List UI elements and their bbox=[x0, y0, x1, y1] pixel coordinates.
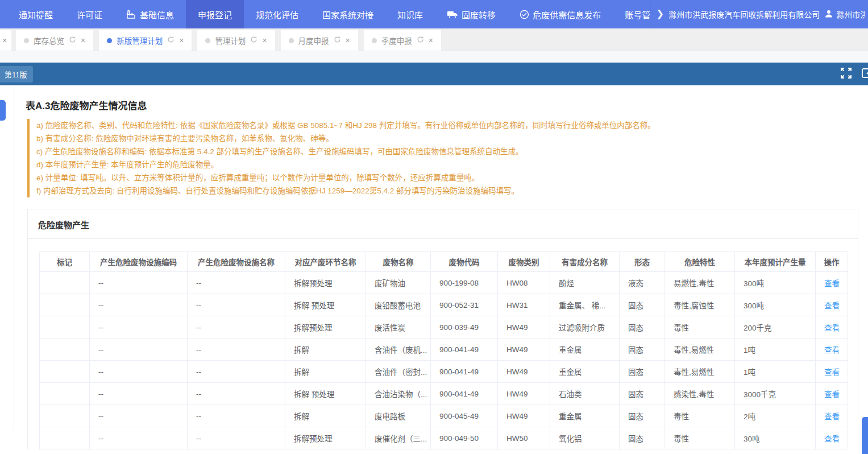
user-menu[interactable]: 滁州市洪... bbox=[824, 9, 865, 20]
cell-waste-code: 900-199-08 bbox=[431, 272, 498, 294]
view-link[interactable]: 查看 bbox=[824, 346, 840, 354]
cell-hazard: 毒性,易燃性 bbox=[665, 339, 735, 361]
table-row: -- -- 拆解预处理 废活性炭 900-039-49 HW49 过滤吸附介质 … bbox=[40, 316, 848, 339]
col-header-waste-code: 废物代码 bbox=[431, 252, 498, 272]
nav-item-label: 账号管理 bbox=[625, 9, 650, 20]
tab-monthly-declaration[interactable]: 月度申报 × bbox=[281, 30, 358, 51]
nav-item-national-system[interactable]: 国家系统对接 bbox=[310, 0, 385, 28]
close-icon[interactable]: × bbox=[262, 36, 267, 44]
nav-item-waste-transfer[interactable]: 固废转移 bbox=[435, 0, 508, 28]
cell-amount: 200千克 bbox=[735, 316, 816, 339]
view-link[interactable]: 查看 bbox=[824, 412, 840, 421]
cell-facility-name: -- bbox=[188, 272, 285, 294]
cell-facility-name: -- bbox=[188, 383, 285, 405]
panel-handle[interactable] bbox=[0, 100, 6, 121]
col-header-hazard: 危险特性 bbox=[665, 252, 735, 272]
close-icon[interactable]: × bbox=[81, 36, 85, 44]
refresh-icon[interactable] bbox=[250, 36, 258, 45]
col-header-waste-name: 废物名称 bbox=[366, 252, 431, 272]
note-line-c: c) 产生危险废物设施名称和编码: 依据本标准第 5.4.2 部分填写的生产设施… bbox=[36, 145, 858, 158]
cell-action: 查看 bbox=[816, 316, 848, 339]
view-link[interactable]: 查看 bbox=[824, 435, 840, 443]
view-link[interactable]: 查看 bbox=[824, 324, 840, 332]
refresh-icon[interactable] bbox=[167, 36, 175, 45]
close-icon[interactable]: × bbox=[429, 36, 433, 44]
cell-waste-name: 废电路板 bbox=[366, 405, 431, 427]
section-title: 危险废物产生 bbox=[28, 209, 858, 239]
contact-support-button[interactable]: 联系客服 bbox=[862, 417, 868, 454]
nav-item-standard-assessment[interactable]: 规范化评估 bbox=[244, 0, 310, 28]
cell-hazard: 毒性 bbox=[665, 316, 735, 339]
company-name[interactable]: 滁州市洪武报废汽车回收拆解利用有限公司 bbox=[668, 9, 820, 20]
cell-waste-category: HW50 bbox=[498, 427, 550, 449]
refresh-icon[interactable] bbox=[417, 36, 424, 45]
cell-facility-code: -- bbox=[90, 339, 188, 361]
refresh-icon[interactable] bbox=[334, 36, 341, 45]
fullscreen-icon[interactable] bbox=[840, 67, 852, 81]
edit-icon[interactable] bbox=[861, 67, 868, 81]
col-header-action: 操作 bbox=[816, 252, 848, 272]
cell-form: 固态 bbox=[620, 383, 665, 405]
view-link[interactable]: 查看 bbox=[824, 279, 840, 288]
close-icon[interactable]: × bbox=[346, 36, 350, 44]
close-icon[interactable]: × bbox=[2, 36, 7, 45]
cell-waste-code: 900-041-49 bbox=[431, 361, 498, 383]
page-title: 表A.3危险废物产生情况信息 bbox=[26, 98, 868, 112]
cell-waste-category: HW08 bbox=[498, 272, 550, 294]
cell-action: 查看 bbox=[816, 427, 848, 449]
waste-generation-card: 危险废物产生 标记 产生危险废物设施编码 产生危险废物设施名称 对应产废环节名称 bbox=[27, 209, 858, 449]
nav-item-supply-demand[interactable]: 危废供需信息发布 bbox=[508, 0, 613, 28]
cell-form: 固态 bbox=[620, 339, 665, 361]
tab-new-management-plan[interactable]: 新版管理计划 × bbox=[99, 30, 192, 51]
cell-action: 查看 bbox=[816, 361, 848, 383]
cell-amount: 300吨 bbox=[735, 294, 816, 316]
col-header-harmful: 有害成分名称 bbox=[550, 252, 620, 272]
cell-waste-code: 900-052-31 bbox=[431, 294, 498, 316]
nav-item-license[interactable]: 许可证 bbox=[65, 0, 114, 28]
nav-item-account[interactable]: 账号管理 bbox=[613, 0, 650, 28]
tab-partial[interactable]: × bbox=[0, 30, 11, 51]
note-line-a: a) 危险废物名称、类别、代码和危险特性: 依据《国家危险废物名录》或根据 GB… bbox=[36, 119, 858, 132]
cell-action: 查看 bbox=[816, 272, 848, 294]
cell-waste-category: HW49 bbox=[498, 316, 550, 339]
waste-table: 标记 产生危险废物设施编码 产生危险废物设施名称 对应产废环节名称 废物名称 废… bbox=[39, 251, 848, 449]
table-row: -- -- 拆解 含油件（废机... 900-041-49 HW49 重金属 固… bbox=[40, 339, 848, 361]
cell-form: 固态 bbox=[620, 294, 665, 316]
cell-harmful: 重金属 bbox=[550, 405, 620, 427]
tab-management-plan[interactable]: 管理计划 × bbox=[197, 30, 275, 51]
refresh-icon[interactable] bbox=[69, 36, 76, 45]
cell-hazard: 毒性,易燃性 bbox=[665, 361, 735, 383]
close-icon[interactable]: × bbox=[179, 36, 184, 44]
nav-item-label: 许可证 bbox=[77, 9, 102, 20]
cell-facility-code: -- bbox=[90, 316, 188, 339]
col-header-facility-name: 产生危险废物设施名称 bbox=[188, 252, 285, 272]
view-link[interactable]: 查看 bbox=[824, 302, 840, 310]
cell-harmful: 酚烃 bbox=[550, 272, 620, 294]
tab-bar: × 库存总览 × 新版管理计划 × 管理计划 × 月度申报 × 季 bbox=[0, 28, 868, 51]
cell-stage: 拆解 预处理 bbox=[285, 294, 366, 316]
cell-waste-category: HW49 bbox=[498, 405, 550, 427]
nav-item-knowledge-base[interactable]: 知识库 bbox=[385, 0, 435, 28]
tab-label: 新版管理计划 bbox=[117, 35, 163, 46]
cell-stage: 拆解预处理 bbox=[285, 316, 366, 339]
notes-block: a) 危险废物名称、类别、代码和危险特性: 依据《国家危险废物名录》或根据 GB… bbox=[27, 119, 858, 197]
cell-facility-name: -- bbox=[188, 427, 285, 449]
nav-item-label: 申报登记 bbox=[198, 9, 232, 20]
cell-stage: 拆解预处理 bbox=[285, 427, 366, 449]
tab-quarterly-declaration[interactable]: 季度申报 × bbox=[364, 30, 441, 51]
cell-waste-code: 900-049-50 bbox=[431, 427, 498, 449]
table-row: -- -- 拆解 废电路板 900-045-49 HW49 重金属 固态 毒性 … bbox=[40, 405, 848, 427]
nav-item-declaration[interactable]: 申报登记 bbox=[186, 0, 244, 28]
tab-inventory-overview[interactable]: 库存总览 × bbox=[16, 30, 93, 51]
cell-waste-code: 900-045-49 bbox=[431, 405, 498, 427]
view-link[interactable]: 查看 bbox=[824, 368, 840, 377]
chevron-right-icon[interactable]: ❯ bbox=[656, 8, 664, 20]
view-link[interactable]: 查看 bbox=[824, 390, 840, 399]
cell-waste-code: 900-041-49 bbox=[431, 383, 498, 405]
cell-waste-name: 含油件（废机... bbox=[366, 339, 431, 361]
nav-item-label: 国家系统对接 bbox=[322, 9, 373, 20]
cell-amount: 2吨 bbox=[735, 405, 816, 427]
nav-item-basic-info[interactable]: 基础信息 bbox=[114, 0, 186, 28]
nav-item-notifications[interactable]: 通知提醒 bbox=[7, 0, 65, 28]
table-row: -- -- 拆解 含油件（密封... 900-041-49 HW49 重金属 固… bbox=[40, 361, 848, 383]
